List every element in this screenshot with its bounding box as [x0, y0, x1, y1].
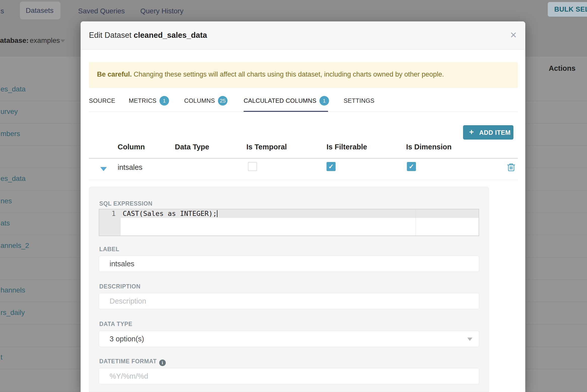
dataset-link[interactable]: t: [1, 353, 3, 361]
tab-label: SOURCE: [89, 97, 115, 104]
column-header-is-filterable: Is Filterable: [327, 143, 367, 151]
delete-row-trash-icon[interactable]: [507, 162, 515, 172]
info-icon[interactable]: i: [159, 360, 166, 366]
add-item-button[interactable]: + ADD ITEM: [463, 125, 513, 140]
data-type-field-label: DATA TYPE: [99, 321, 132, 328]
modal-title: Edit Dataset cleaned_sales_data: [89, 31, 207, 40]
column-header-column: Column: [118, 143, 145, 151]
table-row-border: [89, 180, 518, 180]
edit-dataset-modal: Edit Dataset cleaned_sales_data ✕ Be car…: [81, 21, 525, 392]
row-expand-caret-icon[interactable]: [100, 167, 107, 171]
database-filter-value[interactable]: examples: [30, 37, 60, 45]
tab-count-badge: 1: [159, 96, 169, 106]
tab-columns[interactable]: COLUMNS25: [184, 97, 227, 105]
tab-metrics[interactable]: METRICS1: [129, 97, 169, 105]
dataset-link[interactable]: ats: [1, 219, 10, 227]
datetime-format-input[interactable]: [99, 368, 479, 384]
bulk-select-label: BULK SELE: [554, 6, 587, 13]
add-item-label: ADD ITEM: [479, 129, 511, 136]
plus-icon: +: [469, 127, 474, 137]
label-input[interactable]: [99, 256, 479, 272]
nav-tab-saved-queries[interactable]: Saved Queries: [78, 7, 125, 15]
nav-tab-query-history[interactable]: Query History: [140, 7, 183, 15]
tab-settings[interactable]: SETTINGS: [344, 97, 374, 105]
sql-expression-code: CAST(Sales as INTEGER);: [123, 209, 217, 218]
warning-banner: Be careful. Changing these settings will…: [89, 62, 518, 88]
active-tab-underline: [244, 111, 328, 112]
editor-print-margin: [415, 209, 416, 236]
database-filter-label: atabase:: [0, 37, 29, 45]
tab-label: SETTINGS: [344, 97, 374, 104]
table-header-border: [89, 158, 518, 159]
editor-line-number: 1: [112, 209, 116, 218]
dataset-link[interactable]: mbers: [1, 130, 20, 138]
is-filterable-checkbox[interactable]: ✓: [327, 162, 336, 171]
chevron-down-icon: [467, 338, 472, 341]
nav-tab-fragment[interactable]: s: [1, 7, 4, 15]
tab-source[interactable]: SOURCE: [89, 97, 115, 105]
modal-title-dataset: cleaned_sales_data: [134, 31, 207, 40]
sql-expression-editor[interactable]: 1 CAST(Sales as INTEGER);: [99, 209, 479, 236]
data-type-select[interactable]: 3 option(s): [99, 331, 479, 347]
column-row-name: intsales: [118, 163, 142, 172]
bulk-select-button[interactable]: BULK SELE: [548, 2, 587, 17]
column-header-is-dimension: Is Dimension: [406, 143, 452, 151]
modal-header: Edit Dataset cleaned_sales_data ✕: [81, 21, 525, 50]
description-field-label: DESCRIPTION: [99, 283, 141, 290]
tab-count-badge: 25: [218, 96, 227, 106]
dataset-link[interactable]: rs_daily: [1, 309, 25, 317]
dataset-link[interactable]: urvey: [1, 108, 18, 116]
actions-column-header: Actions: [549, 64, 575, 73]
nav-tab-datasets[interactable]: Datasets: [26, 7, 54, 15]
dataset-link[interactable]: nes: [1, 197, 12, 205]
tab-label: COLUMNS: [184, 97, 215, 104]
sql-expression-label: SQL EXPRESSION: [99, 200, 152, 207]
tab-calculated-columns[interactable]: CALCULATED COLUMNS1: [244, 97, 329, 105]
calculated-column-detail-panel: SQL EXPRESSION 1 CAST(Sales as INTEGER);…: [89, 187, 489, 392]
is-temporal-checkbox[interactable]: [248, 162, 257, 171]
chevron-down-icon[interactable]: [60, 40, 65, 42]
dataset-link[interactable]: hannels: [1, 286, 25, 294]
tab-count-badge: 1: [319, 96, 329, 106]
is-dimension-checkbox[interactable]: ✓: [407, 162, 416, 171]
column-header-is-temporal: Is Temporal: [246, 143, 287, 151]
dataset-link[interactable]: es_data: [1, 85, 26, 93]
dataset-link[interactable]: annels_2: [1, 242, 29, 250]
column-header-data-type: Data Type: [175, 143, 209, 151]
data-type-value: 3 option(s): [110, 335, 144, 343]
tab-label: METRICS: [129, 97, 156, 104]
warning-banner-text: Changing these settings will affect all …: [132, 71, 444, 78]
tab-label: CALCULATED COLUMNS: [244, 97, 316, 104]
text-cursor: [217, 210, 217, 217]
label-field-label: LABEL: [99, 246, 119, 253]
editor-gutter: 1: [99, 209, 121, 236]
description-input[interactable]: [99, 293, 479, 309]
datetime-format-field-label: DATETIME FORMATi: [99, 358, 166, 366]
dataset-link[interactable]: es_data: [1, 175, 26, 183]
close-icon[interactable]: ✕: [507, 29, 519, 41]
warning-banner-bold: Be careful.: [97, 71, 132, 78]
